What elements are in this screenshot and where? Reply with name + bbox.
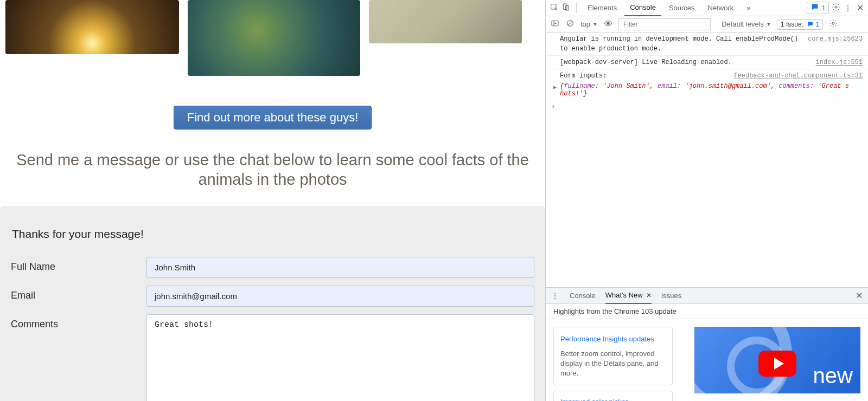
messages-count: 1: [821, 4, 825, 12]
live-expression-icon[interactable]: [603, 19, 613, 29]
tab-console[interactable]: Console: [624, 0, 661, 16]
log-levels-selector[interactable]: Default levels ▼: [722, 20, 771, 28]
console-log-row[interactable]: [webpack-dev-server] Live Reloading enab…: [546, 56, 868, 69]
drawer-tabs: ⋮ Console What's New ✕ Issues ✕: [546, 288, 868, 304]
image-gallery: [0, 0, 545, 76]
chevron-down-icon: ▼: [592, 21, 598, 27]
svg-point-3: [835, 6, 837, 8]
email-input[interactable]: [146, 286, 534, 307]
play-icon[interactable]: [758, 351, 796, 377]
close-icon[interactable]: ✕: [855, 3, 865, 13]
email-label: Email: [11, 286, 146, 301]
chevron-down-icon: ▼: [766, 21, 771, 27]
devtools-panel: Elements Console Sources Network » 1 ⋮ ✕…: [545, 0, 868, 401]
section-subheading: Send me a message or use the chat below …: [11, 150, 534, 190]
fullname-input[interactable]: [146, 257, 534, 278]
drawer-tab-issues[interactable]: Issues: [661, 292, 682, 300]
tab-elements[interactable]: Elements: [582, 0, 622, 16]
close-tab-icon[interactable]: ✕: [646, 292, 652, 299]
source-link[interactable]: core.mjs:25623: [808, 34, 863, 54]
messages-badge[interactable]: 1: [807, 2, 829, 14]
drawer-kebab-icon[interactable]: ⋮: [550, 292, 560, 300]
thanks-message: Thanks for your message!: [12, 228, 534, 241]
tab-network[interactable]: Network: [703, 0, 739, 16]
console-toolbar: top ▼ Default levels ▼ 1 Issue: 1: [546, 16, 868, 33]
promo-text: new: [813, 364, 853, 388]
feedback-form: Thanks for your message! Full Name Email…: [0, 206, 545, 402]
gallery-image-3: [369, 0, 522, 43]
console-log-row[interactable]: Form inputs: feedback-and-chat.component…: [546, 69, 868, 82]
card-description: Better zoom control, improved display in…: [560, 349, 666, 379]
console-prompt[interactable]: ›: [546, 100, 868, 113]
console-filter-input[interactable]: [618, 18, 711, 30]
drawer-subheading: Highlights from the Chrome 103 update: [546, 304, 868, 319]
source-link[interactable]: feedback-and-chat.component.ts:31: [733, 71, 863, 81]
kebab-icon[interactable]: ⋮: [843, 4, 853, 12]
console-object-row[interactable]: ▶ {fullname: 'John Smith', email: 'john.…: [546, 82, 868, 100]
expand-triangle-icon[interactable]: ▶: [553, 84, 557, 90]
gallery-image-1: [5, 0, 179, 54]
context-selector[interactable]: top ▼: [580, 20, 598, 28]
divider: [576, 3, 577, 13]
highlight-card[interactable]: Improved color picker: [553, 391, 673, 401]
tab-more[interactable]: »: [741, 0, 756, 16]
devtools-top-tabs: Elements Console Sources Network » 1 ⋮ ✕: [546, 0, 868, 16]
console-output[interactable]: Angular is running in development mode. …: [546, 33, 868, 287]
clear-console-icon[interactable]: [565, 19, 575, 29]
card-title: Performance Insights updates: [560, 334, 666, 345]
svg-point-7: [832, 22, 834, 24]
tab-sources[interactable]: Sources: [663, 0, 700, 16]
drawer-body: Performance Insights updates Better zoom…: [546, 319, 868, 401]
comments-textarea[interactable]: Great shots!: [146, 314, 534, 402]
comments-label: Comments: [11, 314, 146, 330]
drawer-tab-console[interactable]: Console: [570, 292, 596, 300]
inspect-icon[interactable]: [549, 3, 559, 13]
sidebar-toggle-icon[interactable]: [550, 19, 560, 29]
devtools-drawer: ⋮ Console What's New ✕ Issues ✕ Highligh…: [546, 287, 868, 401]
device-toggle-icon[interactable]: [561, 3, 571, 13]
settings-icon[interactable]: [831, 3, 841, 13]
chat-icon: [810, 3, 819, 13]
promo-video[interactable]: new: [694, 327, 860, 393]
card-title: Improved color picker: [560, 397, 666, 401]
fullname-label: Full Name: [11, 257, 146, 273]
svg-point-6: [607, 22, 609, 24]
gallery-image-2: [188, 0, 360, 76]
drawer-close-icon[interactable]: ✕: [854, 290, 864, 301]
console-log-row[interactable]: Angular is running in development mode. …: [546, 33, 868, 56]
drawer-tab-whatsnew[interactable]: What's New ✕: [605, 288, 652, 304]
app-page: Find out more about these guys! Send me …: [0, 0, 545, 401]
highlight-card[interactable]: Performance Insights updates Better zoom…: [553, 327, 673, 385]
find-out-more-button[interactable]: Find out more about these guys!: [174, 106, 372, 130]
svg-rect-1: [563, 4, 567, 10]
source-link[interactable]: index.js:551: [816, 57, 863, 67]
issues-badge[interactable]: 1 Issue: 1: [777, 19, 823, 30]
console-settings-icon[interactable]: [828, 19, 838, 29]
